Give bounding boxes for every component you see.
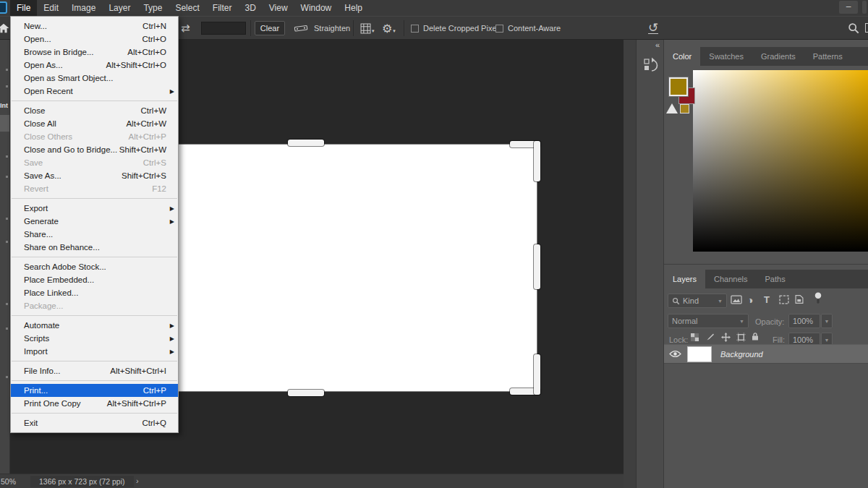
- menu-item-open-as-smart-object[interactable]: Open as Smart Object...: [11, 72, 178, 85]
- status-options-chevron[interactable]: ›: [136, 476, 139, 485]
- active-tool-highlight: [0, 115, 9, 132]
- fill-label: Fill:: [773, 335, 785, 344]
- collapsed-panel-column: «: [637, 40, 664, 488]
- gear-dropdown-arrow[interactable]: ▾: [393, 28, 396, 34]
- menu-3d[interactable]: 3D: [238, 0, 262, 16]
- content-aware-checkbox[interactable]: [495, 25, 503, 33]
- menu-item-browse-in-bridge[interactable]: Browse in Bridge...Alt+Ctrl+O: [11, 46, 178, 59]
- filter-pixel-layers-icon[interactable]: [731, 295, 742, 304]
- menu-item-open-as[interactable]: Open As...Alt+Shift+Ctrl+O: [11, 59, 178, 72]
- tab-layers[interactable]: Layers: [664, 270, 705, 288]
- opacity-value-field[interactable]: 100%: [788, 314, 820, 328]
- menu-item-import[interactable]: Import▶: [11, 345, 178, 358]
- crop-overlay-icon[interactable]: [360, 23, 371, 34]
- lock-all-icon[interactable]: [752, 332, 759, 341]
- layers-panel: Layers Channels Paths Kind ▼ ◑ T: [664, 264, 868, 488]
- crop-settings-gear-icon[interactable]: ⚙: [382, 22, 392, 35]
- minimize-button[interactable]: –: [839, 1, 858, 14]
- tab-paths[interactable]: Paths: [757, 270, 794, 288]
- lock-position-icon[interactable]: [721, 333, 731, 342]
- menu-item-export[interactable]: Export▶: [11, 202, 178, 215]
- menu-item-place-embedded[interactable]: Place Embedded...: [11, 273, 178, 286]
- color-picker-field[interactable]: [693, 70, 868, 252]
- foreground-color-swatch[interactable]: [669, 77, 688, 96]
- filter-toggle[interactable]: [814, 292, 822, 304]
- search-icon[interactable]: [848, 22, 859, 34]
- menu-item-share-on-behance[interactable]: Share on Behance...: [11, 241, 178, 254]
- delete-cropped-pixels-checkbox[interactable]: [411, 25, 419, 33]
- menu-item-print-one-copy[interactable]: Print One CopyAlt+Shift+Ctrl+P: [11, 397, 178, 410]
- lock-image-pixels-icon[interactable]: [706, 333, 715, 341]
- menu-item-exit[interactable]: ExitCtrl+Q: [11, 416, 178, 429]
- gamut-warning-icon[interactable]: [666, 103, 678, 114]
- menu-item-open[interactable]: Open...Ctrl+O: [11, 33, 178, 46]
- menu-item-close-and-go-to-bridge[interactable]: Close and Go to Bridge...Shift+Ctrl+W: [11, 143, 178, 156]
- layer-name[interactable]: Background: [720, 350, 763, 359]
- menu-edit[interactable]: Edit: [37, 0, 65, 16]
- menu-item-print[interactable]: Print...Ctrl+P: [11, 384, 178, 397]
- clear-button[interactable]: Clear: [255, 21, 285, 35]
- tab-channels[interactable]: Channels: [705, 270, 756, 288]
- reset-icon[interactable]: ↺: [648, 22, 658, 34]
- filter-type-layers-icon[interactable]: T: [764, 294, 770, 305]
- menu-item-open-recent[interactable]: Open Recent▶: [11, 85, 178, 98]
- menu-separator: [12, 413, 177, 414]
- menu-type[interactable]: Type: [137, 0, 169, 16]
- menu-separator: [12, 361, 177, 361]
- lock-artboard-icon[interactable]: [736, 333, 746, 342]
- crop-handle-bottom[interactable]: [288, 390, 324, 396]
- tools-panel-edge[interactable]: Int: [0, 40, 10, 474]
- photoshop-logo-icon[interactable]: [0, 1, 7, 14]
- opacity-label: Opacity:: [755, 317, 784, 326]
- opacity-dropdown[interactable]: ▼: [821, 314, 833, 328]
- menu-item-new[interactable]: New...Ctrl+N: [11, 20, 178, 33]
- menu-item-save: SaveCtrl+S: [11, 156, 178, 169]
- menu-item-place-linked[interactable]: Place Linked...: [11, 286, 178, 299]
- crop-handle-right[interactable]: [534, 244, 540, 289]
- filter-smart-objects-icon[interactable]: [795, 294, 804, 304]
- swap-dimensions-icon[interactable]: ⇄: [181, 22, 190, 35]
- maximize-button[interactable]: [862, 1, 867, 14]
- menu-item-share[interactable]: Share...: [11, 228, 178, 241]
- straighten-icon[interactable]: [294, 23, 308, 33]
- layer-visibility-toggle[interactable]: [664, 350, 686, 358]
- home-icon[interactable]: [0, 23, 9, 33]
- filter-adjustment-layers-icon[interactable]: ◑: [747, 294, 753, 306]
- menu-select[interactable]: Select: [169, 0, 205, 16]
- crop-handle-top[interactable]: [288, 140, 324, 146]
- menu-item-close[interactable]: CloseCtrl+W: [11, 104, 178, 117]
- menu-image[interactable]: Image: [65, 0, 102, 16]
- crop-ratio-input[interactable]: [201, 22, 246, 35]
- menu-item-close-all[interactable]: Close AllAlt+Ctrl+W: [11, 117, 178, 130]
- tab-patterns[interactable]: Patterns: [804, 47, 851, 66]
- menu-item-scripts[interactable]: Scripts▶: [11, 332, 178, 345]
- menu-item-file-info[interactable]: File Info...Alt+Shift+Ctrl+I: [11, 364, 178, 377]
- lock-transparent-pixels-icon[interactable]: [691, 333, 699, 341]
- menu-help[interactable]: Help: [338, 0, 369, 16]
- menu-view[interactable]: View: [263, 0, 294, 16]
- menu-item-generate[interactable]: Generate▶: [11, 215, 178, 228]
- collapse-panels-icon[interactable]: «: [655, 40, 659, 49]
- menu-window[interactable]: Window: [294, 0, 339, 16]
- filter-shape-layers-icon[interactable]: [779, 295, 789, 304]
- menu-layer[interactable]: Layer: [102, 0, 137, 16]
- gamut-nearest-color-swatch[interactable]: [680, 104, 689, 114]
- menu-file[interactable]: File: [10, 0, 37, 16]
- history-panel-icon[interactable]: [644, 57, 658, 73]
- blend-mode-select[interactable]: Normal▼: [668, 314, 749, 328]
- tab-color[interactable]: Color: [664, 47, 700, 66]
- menu-item-automate[interactable]: Automate▶: [11, 319, 178, 332]
- menu-filter[interactable]: Filter: [206, 0, 239, 16]
- straighten-label[interactable]: Straighten: [314, 24, 350, 33]
- tab-gradients[interactable]: Gradients: [752, 47, 804, 66]
- workspace-icon[interactable]: [865, 23, 868, 33]
- zoom-level[interactable]: 50%: [1, 477, 16, 486]
- tab-swatches[interactable]: Swatches: [700, 47, 752, 66]
- layer-thumbnail[interactable]: [687, 346, 712, 362]
- menu-item-search-adobe-stock[interactable]: Search Adobe Stock...: [11, 260, 178, 273]
- overlay-dropdown-arrow[interactable]: ▾: [372, 28, 375, 34]
- filter-kind-select[interactable]: Kind ▼: [668, 294, 727, 308]
- photoshop-window: File Edit Image Layer Type Select Filter…: [0, 0, 868, 488]
- menu-item-save-as[interactable]: Save As...Shift+Ctrl+S: [11, 169, 178, 182]
- layer-row-background[interactable]: Background: [664, 344, 868, 364]
